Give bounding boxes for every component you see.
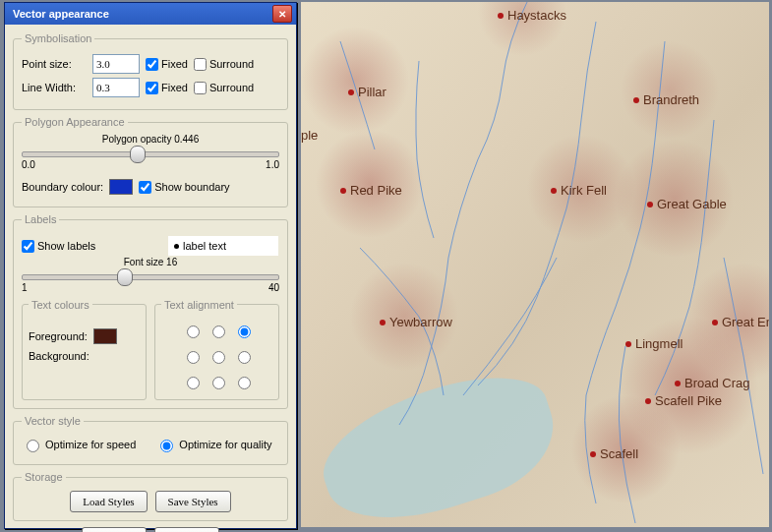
polygon-legend: Polygon Appearance (22, 116, 128, 128)
opacity-slider[interactable]: Polygon opacity 0.446 0.0 1.0 (22, 138, 279, 167)
optimize-speed-radio[interactable] (27, 440, 39, 452)
line-fixed-label: Fixed (161, 82, 188, 93)
symbolisation-legend: Symbolisation (22, 32, 94, 44)
storage-group: Storage Load Styles Save Styles (13, 471, 288, 521)
map-peak-label: Red Pike (340, 183, 402, 198)
map-peak-label: Pillar (348, 85, 386, 99)
map-peak-label: Great Gable (647, 197, 727, 211)
peak-name: Pillar (358, 85, 386, 99)
opacity-caption: Polygon opacity 0.446 (22, 134, 279, 145)
align-mid-right[interactable] (238, 351, 251, 364)
peak-dot-icon (498, 13, 504, 19)
peak-dot-icon (625, 341, 631, 347)
peak-name: Scafell (600, 446, 638, 461)
foreground-label: Foreground: (29, 330, 88, 342)
peak-dot-icon (348, 89, 354, 95)
peak-dot-icon (647, 202, 653, 207)
peak-name: Lingmell (635, 336, 683, 351)
symbolisation-group: Symbolisation Point size: Fixed Surround… (13, 32, 288, 110)
peak-dot-icon (645, 398, 651, 404)
labels-group: Labels Show labels label text Font size … (13, 213, 288, 409)
line-width-label: Line Width: (22, 82, 87, 93)
show-labels-label: Show labels (37, 240, 95, 252)
peak-dot-icon (340, 188, 346, 194)
peak-dot-icon (551, 188, 557, 194)
peak-name: Great End (722, 315, 769, 329)
text-alignment-box: Text alignment (154, 304, 279, 400)
peak-name: Scafell Pike (655, 393, 722, 408)
optimize-quality-label: Optimize for quality (179, 439, 271, 450)
fontsize-caption: Font size 16 (22, 257, 279, 267)
optimize-quality-radio[interactable] (160, 440, 173, 452)
peak-dot-icon (712, 320, 718, 325)
line-fixed-checkbox[interactable] (146, 82, 158, 94)
align-top-left[interactable] (187, 325, 200, 338)
point-size-input[interactable] (92, 54, 140, 74)
map-peak-label: Lingmell (625, 336, 683, 351)
map-peak-label: Great End (712, 315, 769, 329)
line-width-input[interactable] (92, 78, 140, 97)
line-surround-label: Surround (209, 82, 254, 93)
labels-legend: Labels (22, 213, 59, 225)
point-surround-checkbox[interactable] (194, 58, 207, 71)
peak-name: Brandreth (643, 92, 699, 107)
text-colours-title: Text colours (29, 299, 92, 311)
text-colours-box: Text colours Foreground: Background: (22, 304, 147, 400)
align-bot-right[interactable] (238, 377, 251, 389)
fontsize-max: 40 (268, 282, 279, 293)
vector-appearance-dialog: Vector appearance ✕ Symbolisation Point … (4, 2, 297, 529)
peak-name: Haystacks (507, 8, 566, 23)
line-surround-checkbox[interactable] (194, 82, 207, 94)
map-canvas[interactable]: HaystacksPillarBrandrethpleRed PikeKirk … (301, 2, 769, 527)
ok-button[interactable]: OK (82, 527, 147, 532)
align-top-right[interactable] (238, 325, 251, 338)
point-size-label: Point size: (22, 58, 87, 70)
show-boundary-label: Show boundary (154, 181, 229, 193)
map-peak-label: ple (301, 128, 318, 143)
peak-dot-icon (590, 451, 596, 457)
storage-legend: Storage (22, 471, 66, 483)
peak-name: Red Pike (350, 183, 402, 198)
vector-style-legend: Vector style (22, 415, 84, 427)
fontsize-min: 1 (22, 282, 28, 293)
polygon-group: Polygon Appearance Polygon opacity 0.446… (13, 116, 288, 207)
map-peak-label: Scafell Pike (645, 393, 722, 408)
text-alignment-title: Text alignment (161, 299, 237, 311)
close-icon[interactable]: ✕ (272, 5, 292, 23)
peak-name: Yewbarrow (389, 315, 452, 329)
cancel-button[interactable]: Cancel (154, 527, 219, 532)
streams-icon (301, 2, 769, 527)
align-mid-left[interactable] (187, 351, 200, 364)
point-fixed-checkbox[interactable] (146, 58, 158, 71)
peak-dot-icon (380, 320, 386, 325)
foreground-swatch[interactable] (93, 328, 117, 344)
peak-name: Broad Crag (684, 376, 749, 390)
boundary-colour-label: Boundary colour: (22, 181, 103, 193)
map-peak-label: Broad Crag (675, 376, 749, 390)
fontsize-slider[interactable]: Font size 16 1 40 (22, 261, 279, 290)
show-boundary-checkbox[interactable] (139, 181, 151, 194)
map-peak-label: Brandreth (633, 92, 699, 107)
align-mid-center[interactable] (212, 351, 225, 364)
map-peak-label: Scafell (590, 446, 638, 461)
opacity-max: 1.0 (266, 159, 279, 170)
peak-dot-icon (675, 381, 681, 386)
load-styles-button[interactable]: Load Styles (70, 491, 147, 512)
titlebar[interactable]: Vector appearance ✕ (5, 3, 296, 25)
peak-name: Kirk Fell (561, 183, 607, 198)
dialog-title: Vector appearance (9, 8, 272, 20)
vector-style-group: Vector style Optimize for speed Optimize… (13, 415, 288, 465)
show-labels-checkbox[interactable] (22, 240, 34, 253)
map-peak-label: Yewbarrow (380, 315, 452, 329)
peak-name: ple (301, 128, 318, 143)
map-peak-label: Haystacks (498, 8, 566, 23)
boundary-colour-swatch[interactable] (109, 179, 133, 195)
align-bot-center[interactable] (212, 377, 225, 389)
label-preview: label text (167, 235, 279, 257)
save-styles-button[interactable]: Save Styles (155, 491, 231, 512)
peak-name: Great Gable (657, 197, 727, 211)
align-top-center[interactable] (212, 325, 225, 338)
align-bot-left[interactable] (187, 377, 200, 389)
background-label: Background: (29, 350, 89, 362)
optimize-speed-label: Optimize for speed (45, 439, 136, 450)
